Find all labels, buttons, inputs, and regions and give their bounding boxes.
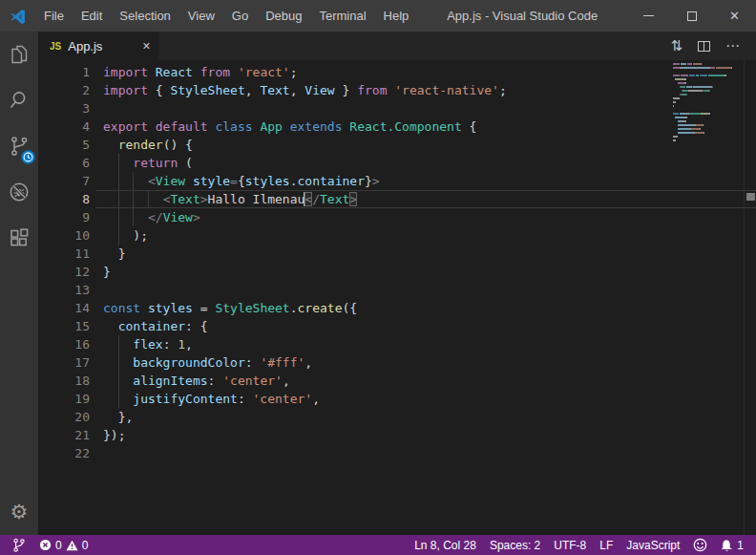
language-mode-status[interactable]: JavaScript: [620, 535, 686, 555]
menu-item-terminal[interactable]: Terminal: [310, 0, 374, 32]
clock-icon: [21, 150, 35, 164]
code-line[interactable]: 1import React from 'react';: [38, 63, 756, 81]
sidebar-item-extensions[interactable]: [0, 215, 38, 261]
code-line[interactable]: 14const styles = StyleSheet.create({: [38, 299, 756, 317]
indent-guide: [118, 190, 119, 208]
code-line[interactable]: 20 },: [38, 408, 756, 426]
sidebar-item-source-control[interactable]: [0, 123, 38, 169]
line-number: 12: [38, 263, 90, 281]
vscode-logo-icon: [10, 8, 27, 25]
menu-item-file[interactable]: File: [35, 0, 73, 32]
warning-count: 0: [82, 539, 89, 552]
tab-appjs[interactable]: JS App.js ✕: [38, 32, 158, 60]
code-text: alignItems: 'center',: [103, 372, 290, 390]
indent-guide: [118, 335, 119, 353]
sidebar-item-explorer[interactable]: [0, 32, 38, 77]
code-line[interactable]: 5 render() {: [38, 136, 756, 154]
code-line[interactable]: 15 container: {: [38, 317, 756, 335]
code-text: </View>: [103, 208, 200, 226]
split-editor-icon: [698, 41, 710, 52]
problems-status[interactable]: 0 0: [32, 535, 94, 555]
code-line[interactable]: 19 justifyContent: 'center',: [38, 390, 756, 408]
code-line[interactable]: 12}: [38, 263, 756, 281]
code-line[interactable]: 21});: [38, 426, 756, 444]
code-text: <View style={styles.container}>: [103, 172, 380, 190]
cursor-position-status[interactable]: Ln 8, Col 28: [408, 535, 483, 555]
minimap-line: [673, 120, 742, 122]
menu-item-go[interactable]: Go: [223, 0, 257, 32]
code-line[interactable]: 7 <View style={styles.container}>: [38, 172, 756, 190]
indent-guide: [118, 226, 119, 245]
tab-close-icon[interactable]: ✕: [142, 40, 151, 53]
code-text: const styles = StyleSheet.create({: [103, 299, 357, 317]
minimap-line: [673, 82, 742, 84]
indent-guide: [118, 390, 119, 408]
activity-bar: ⚙: [0, 32, 38, 535]
warning-icon: [66, 540, 78, 551]
eol-status[interactable]: LF: [593, 535, 620, 555]
close-window-button[interactable]: ✕: [713, 0, 756, 32]
line-number: 7: [38, 172, 90, 190]
sidebar-item-settings[interactable]: ⚙: [0, 489, 38, 535]
indent-guide: [148, 190, 149, 208]
code-line[interactable]: 17 backgroundColor: '#fff',: [38, 353, 756, 372]
code-line[interactable]: 6 return (: [38, 154, 756, 172]
more-actions-icon[interactable]: ⋯: [718, 37, 748, 54]
feedback-smiley-button[interactable]: [686, 535, 714, 555]
menu-item-view[interactable]: View: [179, 0, 223, 32]
sidebar-item-debug[interactable]: [0, 169, 38, 215]
code-line[interactable]: 9 </View>: [38, 208, 756, 226]
split-editor-button[interactable]: [690, 41, 718, 52]
minimap-line: [673, 101, 742, 103]
minimap-line: [673, 94, 742, 96]
line-number: 20: [38, 408, 90, 426]
maximize-button[interactable]: [670, 0, 713, 32]
code-line[interactable]: 3: [38, 99, 756, 117]
code-line[interactable]: 8 <Text>Hallo Ilmenau</Text>: [38, 190, 756, 208]
git-branch-icon: [12, 538, 26, 553]
sync-pending-badge: [21, 150, 35, 164]
minimap-line: [673, 78, 742, 80]
line-number: 21: [38, 426, 90, 444]
sidebar-item-search[interactable]: [0, 77, 38, 123]
menu-item-selection[interactable]: Selection: [111, 0, 178, 32]
line-number: 13: [38, 281, 90, 299]
code-line[interactable]: 11 }: [38, 245, 756, 263]
line-number: 2: [38, 81, 90, 99]
menu-item-edit[interactable]: Edit: [73, 0, 111, 32]
line-number: 18: [38, 372, 90, 390]
code-text: import { StyleSheet, Text, View } from '…: [103, 81, 507, 99]
minimap-line: [673, 117, 742, 118]
status-bar-right: Ln 8, Col 28 Spaces: 2 UTF-8 LF JavaScri…: [408, 535, 750, 555]
notifications-button[interactable]: 1: [714, 535, 750, 555]
javascript-file-icon: JS: [50, 41, 61, 52]
code-line[interactable]: 13: [38, 281, 756, 299]
code-line[interactable]: 4export default class App extends React.…: [38, 117, 756, 136]
git-branch-status[interactable]: [6, 535, 32, 555]
tab-bar: JS App.js ✕ ⇅ ⋯: [38, 32, 756, 60]
editor[interactable]: 1import React from 'react';2import { Sty…: [38, 60, 756, 535]
minimap-line: [673, 113, 742, 115]
minimap[interactable]: [673, 63, 742, 147]
code-line[interactable]: 10 );: [38, 226, 756, 245]
code-text: <Text>Hallo Ilmenau</Text>: [103, 190, 357, 208]
code-line[interactable]: 18 alignItems: 'center',: [38, 372, 756, 390]
status-bar-left: 0 0: [6, 535, 94, 555]
minimize-button[interactable]: [627, 0, 670, 32]
code-line[interactable]: 22: [38, 444, 756, 462]
code-text: export default class App extends React.C…: [103, 117, 476, 136]
extensions-icon: [8, 226, 31, 249]
code-line[interactable]: 16 flex: 1,: [38, 335, 756, 353]
sync-icon[interactable]: ⇅: [662, 37, 690, 54]
error-count: 0: [55, 539, 62, 552]
menu-item-debug[interactable]: Debug: [257, 0, 310, 32]
scrollbar[interactable]: [744, 60, 756, 535]
indent-guide: [133, 208, 134, 226]
window-controls: ✕: [627, 0, 756, 32]
indentation-status[interactable]: Spaces: 2: [483, 535, 547, 555]
line-number: 10: [38, 226, 90, 245]
encoding-status[interactable]: UTF-8: [547, 535, 593, 555]
menu-item-help[interactable]: Help: [375, 0, 418, 32]
code-line[interactable]: 2import { StyleSheet, Text, View } from …: [38, 81, 756, 99]
bell-icon: [721, 539, 733, 552]
